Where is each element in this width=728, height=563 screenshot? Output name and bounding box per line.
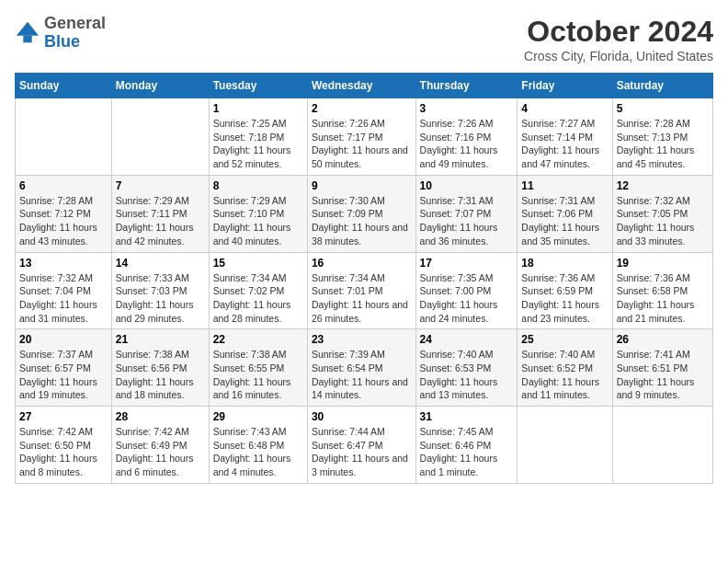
day-number: 5 <box>617 102 709 115</box>
calendar-day-cell: 22Sunrise: 7:38 AMSunset: 6:55 PMDayligh… <box>209 329 307 407</box>
day-info: Sunrise: 7:42 AMSunset: 6:50 PMDaylight:… <box>19 425 108 479</box>
day-number: 19 <box>617 257 709 270</box>
day-info: Sunrise: 7:32 AMSunset: 7:05 PMDaylight:… <box>617 194 709 248</box>
day-info: Sunrise: 7:29 AMSunset: 7:10 PMDaylight:… <box>213 194 303 248</box>
calendar-day-cell <box>16 98 112 176</box>
day-number: 2 <box>312 102 412 115</box>
calendar-day-cell: 25Sunrise: 7:40 AMSunset: 6:52 PMDayligh… <box>518 329 612 407</box>
day-number: 6 <box>19 179 108 192</box>
day-number: 24 <box>420 333 514 346</box>
day-info: Sunrise: 7:42 AMSunset: 6:49 PMDaylight:… <box>116 425 205 479</box>
day-number: 17 <box>420 257 514 270</box>
day-info: Sunrise: 7:43 AMSunset: 6:48 PMDaylight:… <box>213 425 303 479</box>
calendar-day-cell: 31Sunrise: 7:45 AMSunset: 6:46 PMDayligh… <box>415 407 518 484</box>
day-number: 16 <box>312 257 412 270</box>
day-number: 4 <box>521 102 608 115</box>
day-of-week-header: Tuesday <box>209 74 307 98</box>
calendar-day-cell: 7Sunrise: 7:29 AMSunset: 7:11 PMDaylight… <box>111 175 209 252</box>
day-number: 18 <box>521 257 608 270</box>
day-number: 25 <box>521 333 608 346</box>
calendar-day-cell: 27Sunrise: 7:42 AMSunset: 6:50 PMDayligh… <box>16 407 112 484</box>
logo: General Blue <box>15 15 106 52</box>
day-number: 14 <box>116 257 205 270</box>
day-info: Sunrise: 7:28 AMSunset: 7:12 PMDaylight:… <box>19 194 108 248</box>
day-info: Sunrise: 7:33 AMSunset: 7:03 PMDaylight:… <box>116 271 205 326</box>
day-info: Sunrise: 7:36 AMSunset: 6:59 PMDaylight:… <box>521 271 608 326</box>
month-title: October 2024 <box>524 15 713 49</box>
day-info: Sunrise: 7:44 AMSunset: 6:47 PMDaylight:… <box>312 425 412 479</box>
day-info: Sunrise: 7:31 AMSunset: 7:07 PMDaylight:… <box>420 194 514 248</box>
calendar-day-cell: 20Sunrise: 7:37 AMSunset: 6:57 PMDayligh… <box>16 329 112 407</box>
calendar-week-row: 6Sunrise: 7:28 AMSunset: 7:12 PMDaylight… <box>16 175 713 252</box>
day-info: Sunrise: 7:41 AMSunset: 6:51 PMDaylight:… <box>617 348 709 402</box>
calendar-day-cell <box>518 407 612 484</box>
day-info: Sunrise: 7:26 AMSunset: 7:16 PMDaylight:… <box>420 117 514 171</box>
day-of-week-header: Wednesday <box>307 74 415 98</box>
calendar-day-cell: 11Sunrise: 7:31 AMSunset: 7:06 PMDayligh… <box>518 175 612 252</box>
day-info: Sunrise: 7:37 AMSunset: 6:57 PMDaylight:… <box>19 348 108 402</box>
day-number: 12 <box>617 179 709 192</box>
day-of-week-header: Monday <box>111 74 209 98</box>
day-info: Sunrise: 7:34 AMSunset: 7:01 PMDaylight:… <box>312 271 412 326</box>
day-number: 10 <box>420 179 514 192</box>
day-number: 7 <box>116 179 205 192</box>
day-number: 28 <box>116 410 205 423</box>
calendar-day-cell: 26Sunrise: 7:41 AMSunset: 6:51 PMDayligh… <box>612 329 712 407</box>
day-number: 21 <box>116 333 205 346</box>
calendar-day-cell: 3Sunrise: 7:26 AMSunset: 7:16 PMDaylight… <box>415 98 518 176</box>
day-number: 1 <box>213 102 303 115</box>
day-info: Sunrise: 7:40 AMSunset: 6:53 PMDaylight:… <box>420 348 514 402</box>
calendar-day-cell: 29Sunrise: 7:43 AMSunset: 6:48 PMDayligh… <box>209 407 307 484</box>
day-info: Sunrise: 7:32 AMSunset: 7:04 PMDaylight:… <box>19 271 108 326</box>
calendar-day-cell: 18Sunrise: 7:36 AMSunset: 6:59 PMDayligh… <box>518 252 612 329</box>
calendar-day-cell: 1Sunrise: 7:25 AMSunset: 7:18 PMDaylight… <box>209 98 307 176</box>
calendar-day-cell: 8Sunrise: 7:29 AMSunset: 7:10 PMDaylight… <box>209 175 307 252</box>
calendar-day-cell <box>612 407 712 484</box>
day-info: Sunrise: 7:26 AMSunset: 7:17 PMDaylight:… <box>312 117 412 171</box>
calendar-day-cell: 10Sunrise: 7:31 AMSunset: 7:07 PMDayligh… <box>415 175 518 252</box>
calendar-day-cell: 24Sunrise: 7:40 AMSunset: 6:53 PMDayligh… <box>415 329 518 407</box>
day-number: 3 <box>420 102 514 115</box>
calendar-day-cell: 12Sunrise: 7:32 AMSunset: 7:05 PMDayligh… <box>612 175 712 252</box>
day-number: 26 <box>617 333 709 346</box>
logo-blue-text: Blue <box>44 33 106 52</box>
day-info: Sunrise: 7:38 AMSunset: 6:56 PMDaylight:… <box>116 348 205 402</box>
calendar-week-row: 13Sunrise: 7:32 AMSunset: 7:04 PMDayligh… <box>16 252 713 329</box>
day-info: Sunrise: 7:29 AMSunset: 7:11 PMDaylight:… <box>116 194 205 248</box>
day-info: Sunrise: 7:27 AMSunset: 7:14 PMDaylight:… <box>521 117 608 171</box>
day-info: Sunrise: 7:25 AMSunset: 7:18 PMDaylight:… <box>213 117 303 171</box>
day-number: 31 <box>420 410 514 423</box>
calendar-day-cell: 15Sunrise: 7:34 AMSunset: 7:02 PMDayligh… <box>209 252 307 329</box>
day-info: Sunrise: 7:35 AMSunset: 7:00 PMDaylight:… <box>420 271 514 326</box>
day-of-week-header: Friday <box>518 74 612 98</box>
day-info: Sunrise: 7:34 AMSunset: 7:02 PMDaylight:… <box>213 271 303 326</box>
day-number: 23 <box>312 333 412 346</box>
day-info: Sunrise: 7:38 AMSunset: 6:55 PMDaylight:… <box>213 348 303 402</box>
calendar-day-cell: 28Sunrise: 7:42 AMSunset: 6:49 PMDayligh… <box>111 407 209 484</box>
day-number: 30 <box>312 410 412 423</box>
day-info: Sunrise: 7:31 AMSunset: 7:06 PMDaylight:… <box>521 194 608 248</box>
calendar-week-row: 27Sunrise: 7:42 AMSunset: 6:50 PMDayligh… <box>16 407 713 484</box>
calendar-table: SundayMondayTuesdayWednesdayThursdayFrid… <box>15 73 713 484</box>
calendar-day-cell: 23Sunrise: 7:39 AMSunset: 6:54 PMDayligh… <box>307 329 415 407</box>
day-of-week-header: Saturday <box>612 74 712 98</box>
day-number: 15 <box>213 257 303 270</box>
calendar-week-row: 1Sunrise: 7:25 AMSunset: 7:18 PMDaylight… <box>16 98 713 176</box>
title-area: October 2024 Cross City, Florida, United… <box>524 15 713 63</box>
calendar-day-cell: 2Sunrise: 7:26 AMSunset: 7:17 PMDaylight… <box>307 98 415 176</box>
day-info: Sunrise: 7:40 AMSunset: 6:52 PMDaylight:… <box>521 348 608 402</box>
svg-marker-0 <box>17 22 39 36</box>
logo-icon <box>15 20 40 46</box>
day-number: 29 <box>213 410 303 423</box>
day-info: Sunrise: 7:30 AMSunset: 7:09 PMDaylight:… <box>312 194 412 248</box>
calendar-day-cell: 30Sunrise: 7:44 AMSunset: 6:47 PMDayligh… <box>307 407 415 484</box>
calendar-day-cell: 19Sunrise: 7:36 AMSunset: 6:58 PMDayligh… <box>612 252 712 329</box>
calendar-day-cell: 14Sunrise: 7:33 AMSunset: 7:03 PMDayligh… <box>111 252 209 329</box>
calendar-day-cell: 21Sunrise: 7:38 AMSunset: 6:56 PMDayligh… <box>111 329 209 407</box>
day-number: 13 <box>19 257 108 270</box>
calendar-week-row: 20Sunrise: 7:37 AMSunset: 6:57 PMDayligh… <box>16 329 713 407</box>
day-info: Sunrise: 7:36 AMSunset: 6:58 PMDaylight:… <box>617 271 709 326</box>
header-row: SundayMondayTuesdayWednesdayThursdayFrid… <box>16 74 713 98</box>
day-number: 8 <box>213 179 303 192</box>
day-info: Sunrise: 7:45 AMSunset: 6:46 PMDaylight:… <box>420 425 514 479</box>
